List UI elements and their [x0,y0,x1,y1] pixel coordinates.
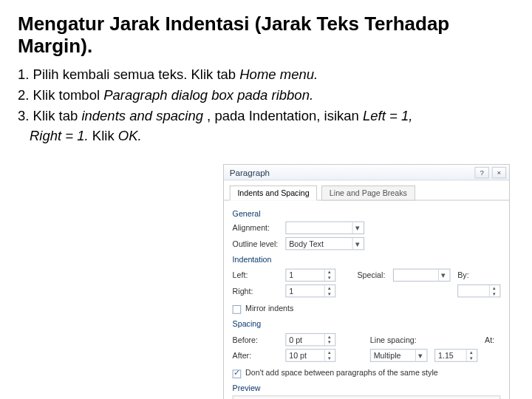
outline-value: Body Text [289,239,324,248]
spinner-icon: ▴▾ [324,334,334,346]
alignment-select[interactable]: ▾ [285,222,364,234]
step-3-cont: Right = 1. Klik OK. [18,126,514,146]
step-1: 1. Pilih kembali semua teks. Klik tab Ho… [18,65,514,84]
right-label: Right: [233,287,286,296]
dialog-tabs: Indents and Spacing Line and Page Breaks [224,180,509,200]
paragraph-dialog: Paragraph ? × Indents and Spacing Line a… [223,164,510,399]
mirror-indents-label: Mirror indents [245,304,293,313]
help-button[interactable]: ? [474,166,488,178]
after-spinner[interactable]: 10 pt ▴▾ [285,349,335,361]
left-value: 1 [289,271,293,280]
tab-line-page-breaks[interactable]: Line and Page Breaks [321,185,415,200]
tab-indents-spacing[interactable]: Indents and Spacing [230,185,318,200]
at-spinner[interactable]: 1.15 ▴▾ [434,349,477,361]
line-spacing-label: Line spacing: [370,335,423,344]
step-2-text: 2. Klik tombol [18,87,103,103]
chevron-down-icon: ▾ [352,222,363,234]
right-value: 1 [289,287,293,296]
step-3-em-b: Left = 1, [363,108,412,123]
section-preview: Preview [233,384,501,393]
outline-select[interactable]: Body Text ▾ [285,237,364,250]
step-2: 2. Klik tombol Paragraph dialog box pada… [18,86,514,105]
left-label: Left: [233,271,286,280]
before-spinner[interactable]: 0 pt ▴▾ [285,333,335,346]
special-select[interactable]: ▾ [393,269,451,282]
dont-add-space-label: Don't add space between paragraphs of th… [245,368,438,377]
step-3-em-a: indents and spacing [81,108,207,123]
chevron-down-icon: ▾ [415,349,426,361]
spinner-icon: ▴▾ [324,270,334,282]
step-2-em: Paragraph dialog box pada ribbon. [103,87,313,103]
dialog-titlebar: Paragraph ? × [224,165,509,180]
section-indentation: Indentation [233,255,501,264]
left-spinner[interactable]: 1 ▴▾ [285,269,335,282]
section-spacing: Spacing [233,319,501,328]
step-3-em-d: OK. [118,128,142,143]
step-3-text-b: , pada Indentation, isikan [207,108,363,123]
after-value: 10 pt [289,351,307,360]
alignment-label: Alignment: [233,224,286,233]
step-3-em-c: Right = 1. [30,128,92,143]
spinner-icon: ▴▾ [466,349,476,361]
section-general: General [233,209,501,218]
step-3-text-a: 3. Klik tab [18,108,81,123]
by-label: By: [457,271,473,280]
step-1-text: 1. Pilih kembali semua teks. Klik tab [18,66,239,82]
page-title: Mengatur Jarak Indentasi (Jarak Teks Ter… [18,13,514,58]
chevron-down-icon: ▾ [352,238,363,250]
right-spinner[interactable]: 1 ▴▾ [285,284,335,297]
outline-label: Outline level: [233,239,286,248]
line-spacing-value: Multiple [374,351,401,360]
dialog-title: Paragraph [230,167,270,177]
instruction-steps: 1. Pilih kembali semua teks. Klik tab Ho… [18,65,514,146]
at-value: 1.15 [438,351,454,360]
at-label: At: [485,335,500,344]
before-label: Before: [233,335,286,344]
mirror-indents-checkbox[interactable] [233,305,242,314]
spinner-icon: ▴▾ [324,285,334,297]
chevron-down-icon: ▾ [438,270,449,282]
special-label: Special: [357,271,393,280]
preview-pane [233,395,501,399]
before-value: 0 pt [289,335,302,344]
step-3-text-c: Klik [92,128,118,143]
line-spacing-select[interactable]: Multiple ▾ [370,349,428,361]
step-1-em: Home menu. [239,66,318,82]
spinner-icon: ▴▾ [489,285,499,297]
close-button[interactable]: × [492,166,506,178]
dont-add-space-checkbox[interactable] [233,369,242,378]
step-3: 3. Klik tab indents and spacing , pada I… [18,106,514,126]
by-spinner[interactable]: ▴▾ [457,284,500,297]
after-label: After: [233,351,286,360]
spinner-icon: ▴▾ [324,349,334,361]
